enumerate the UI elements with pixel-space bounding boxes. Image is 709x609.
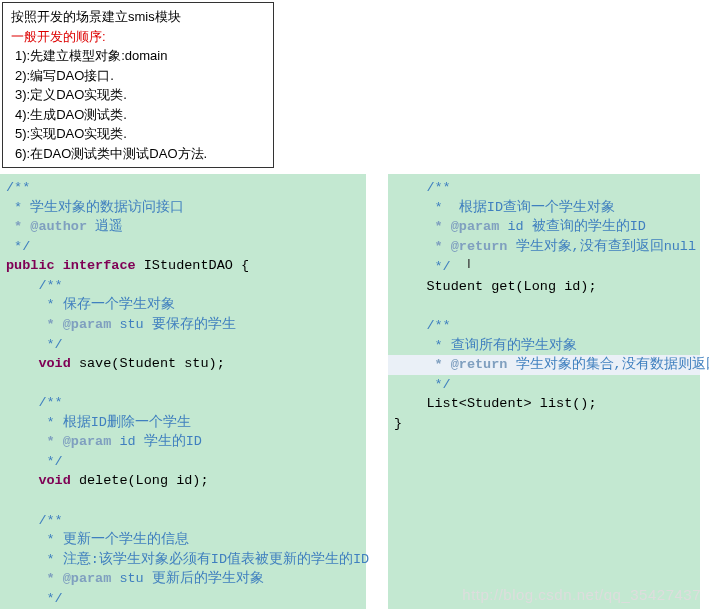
javadoc-return-highlighted: * @return 学生对象的集合,没有数据则返回空集合: [388, 355, 700, 375]
step-3: 3):定义DAO实现类.: [15, 85, 265, 105]
javadoc-line: * 根据ID删除一个学生: [0, 413, 366, 433]
javadoc-open: /**: [0, 178, 366, 198]
method-save: void save(Student stu);: [0, 354, 366, 374]
step-6: 6):在DAO测试类中测试DAO方法.: [15, 144, 265, 164]
blank-line: [0, 491, 366, 511]
blank-line: [388, 296, 700, 316]
code-container: /** * 学生对象的数据访问接口 * @author 逍遥 */ public…: [0, 174, 709, 609]
javadoc-param: * @param stu 更新后的学生对象: [0, 569, 366, 589]
javadoc-line: * 保存一个学生对象: [0, 295, 366, 315]
javadoc-return: * @return 学生对象,没有查到返回null: [388, 237, 700, 257]
javadoc-param: * @param stu 要保存的学生: [0, 315, 366, 335]
javadoc-open: /**: [388, 178, 700, 198]
javadoc-line: * 根据ID查询一个学生对象: [388, 198, 700, 218]
javadoc-line: * 查询所有的学生对象: [388, 336, 700, 356]
intro-line2: 一般开发的顺序:: [11, 27, 265, 47]
step-2: 2):编写DAO接口.: [15, 66, 265, 86]
step-1: 1):先建立模型对象:domain: [15, 46, 265, 66]
javadoc-open: /**: [388, 316, 700, 336]
javadoc-close: */: [0, 452, 366, 472]
blank-line: [0, 374, 366, 394]
smis-label: smis: [128, 9, 155, 24]
javadoc-line: * 学生对象的数据访问接口: [0, 198, 366, 218]
javadoc-param: * @param id 被查询的学生的ID: [388, 217, 700, 237]
interface-declaration: public interface IStudentDAO {: [0, 256, 366, 276]
watermark-text: http://blog.csdn.net/qq_35427437: [462, 586, 701, 603]
intro-line1: 按照开发的场景建立smis模块: [11, 7, 265, 27]
javadoc-line: * 更新一个学生的信息: [0, 530, 366, 550]
intro-text-a: 按照开发的场景建立: [11, 9, 128, 24]
javadoc-open: /**: [0, 511, 366, 531]
class-close: }: [388, 414, 700, 434]
javadoc-close: */: [0, 335, 366, 355]
javadoc-close: */: [0, 589, 366, 609]
javadoc-open: /**: [0, 393, 366, 413]
javadoc-param: * @param id 学生的ID: [0, 432, 366, 452]
method-delete: void delete(Long id);: [0, 471, 366, 491]
intro-text-b: 模块: [155, 9, 181, 24]
intro-box: 按照开发的场景建立smis模块 一般开发的顺序: 1):先建立模型对象:doma…: [2, 2, 274, 168]
javadoc-close: */: [388, 375, 700, 395]
method-list: List<Student> list();: [388, 394, 700, 414]
method-get: Student get(Long id);: [388, 277, 700, 297]
text-cursor-icon: [467, 256, 477, 270]
javadoc-author: * @author 逍遥: [0, 217, 366, 237]
javadoc-close: */: [0, 237, 366, 257]
step-list: 1):先建立模型对象:domain 2):编写DAO接口. 3):定义DAO实现…: [11, 46, 265, 163]
code-panel-right: /** * 根据ID查询一个学生对象 * @param id 被查询的学生的ID…: [388, 174, 700, 609]
step-5: 5):实现DAO实现类.: [15, 124, 265, 144]
javadoc-close-cursor: */: [388, 256, 700, 277]
javadoc-open: /**: [0, 276, 366, 296]
step-4: 4):生成DAO测试类.: [15, 105, 265, 125]
code-panel-left: /** * 学生对象的数据访问接口 * @author 逍遥 */ public…: [0, 174, 366, 609]
javadoc-line: * 注意:该学生对象必须有ID值表被更新的学生的ID: [0, 550, 366, 570]
